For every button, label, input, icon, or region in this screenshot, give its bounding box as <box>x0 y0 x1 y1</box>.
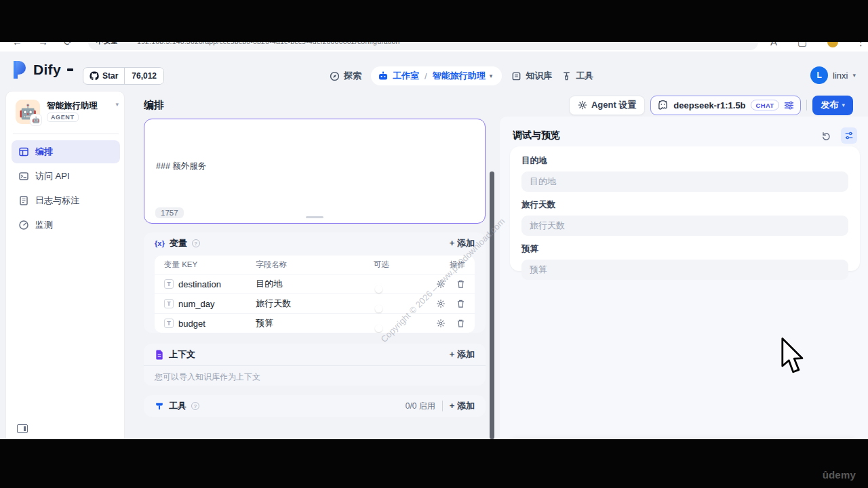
debug-panel: 调试与预览 目的地 目的地 旅行天数 旅行天数 <box>500 117 868 439</box>
sidebar-item-orchestrate[interactable]: 编排 <box>12 140 120 163</box>
star-label: Star <box>102 71 118 81</box>
destination-input[interactable]: 目的地 <box>521 171 848 192</box>
browser-profile-avatar[interactable] <box>827 42 838 47</box>
prompt-text[interactable]: ### 额外服务 * **礼宾服务** ： 在您的整个住宿期间，我们的礼宾服务可… <box>156 127 475 203</box>
divider <box>806 100 807 110</box>
prompt-editor[interactable]: ### 额外服务 * **礼宾服务** ： 在您的整个住宿期间，我们的礼宾服务可… <box>144 119 486 224</box>
dify-logo-icon <box>11 60 28 80</box>
sidebar-collapse-icon[interactable] <box>17 424 28 433</box>
app-header: Dify Star 76,012 探索 <box>0 52 868 91</box>
dify-app: Dify Star 76,012 探索 <box>0 52 868 439</box>
field-label: 目的地 <box>521 155 848 167</box>
publish-button[interactable]: 发布 ▾ <box>812 96 853 115</box>
add-tool-button[interactable]: + 添加 <box>450 400 475 412</box>
delete-icon[interactable] <box>456 299 465 308</box>
browser-url-bar[interactable]: 不安全 192.168.3.140:3020/app/ccc5bcb0-0b20… <box>88 42 758 50</box>
text-type-icon: T <box>164 319 174 328</box>
app-icon-badge: 🤖 <box>31 115 41 125</box>
model-provider-icon <box>657 100 669 110</box>
nav-studio[interactable]: 工作室 / 智能旅行助理 ▾ <box>371 66 502 85</box>
nav-knowledge[interactable]: 知识库 <box>511 70 552 82</box>
sidebar-item-monitor[interactable]: 监测 <box>12 214 120 237</box>
nav-studio-label: 工作室 <box>393 70 419 82</box>
delete-icon[interactable] <box>456 319 465 328</box>
delete-icon[interactable] <box>456 279 465 289</box>
user-avatar[interactable]: L <box>810 66 828 84</box>
chevron-down-icon: ▾ <box>852 72 856 79</box>
sidebar-item-api[interactable]: 访问 API <box>12 165 120 188</box>
dify-logo-text: Dify <box>33 62 61 78</box>
variables-icon: {x} <box>155 239 165 247</box>
tools-title: 工具 <box>169 400 186 412</box>
variable-row[interactable]: Tdestination 目的地 <box>155 274 475 293</box>
browser-window-icon[interactable]: ▢ <box>797 42 807 48</box>
add-context-button[interactable]: + 添加 <box>450 348 475 361</box>
sidebar-menu: 编排 访问 API 日志与标注 <box>12 140 120 238</box>
settings-icon[interactable] <box>436 319 446 328</box>
char-count-badge: 1757 <box>155 207 184 218</box>
user-menu[interactable]: L linxi ▾ <box>810 66 856 84</box>
form-field: 预算 预算 <box>521 243 848 280</box>
breadcrumb-separator: / <box>425 71 427 81</box>
tools-enabled-count: 0/0 启用 <box>406 401 435 412</box>
restart-icon[interactable] <box>818 127 834 144</box>
variables-title: 变量 <box>170 237 187 249</box>
scrollbar[interactable] <box>490 171 494 439</box>
nav-tools[interactable]: 工具 <box>561 70 593 82</box>
toolbar-actions: Agent 设置 deepseek-r1:1.5b CHAT <box>569 95 853 115</box>
udemy-logo: ûdemy <box>823 469 856 481</box>
orchestrate-icon <box>18 146 29 157</box>
browser-menu-icon[interactable]: ⋮ <box>856 42 866 48</box>
screen: ← → ⟳ 不安全 192.168.3.140:3020/app/ccc5bcb… <box>0 0 868 488</box>
context-title: 上下文 <box>169 348 195 361</box>
knowledge-icon <box>511 71 521 81</box>
url-text: 192.168.3.140:3020/app/ccc5bcb0-0b20-4a1… <box>137 42 400 45</box>
app-type-badge: AGENT <box>47 113 79 122</box>
chevron-down-icon: ▾ <box>842 102 845 108</box>
github-icon <box>90 71 99 81</box>
chevron-down-icon[interactable]: ▾ <box>115 101 119 108</box>
settings-icon[interactable] <box>436 279 446 289</box>
app-card[interactable]: 🤖 🤖 智能旅行助理 ▾ AGENT <box>13 97 119 128</box>
settings-icon[interactable] <box>436 299 446 308</box>
variable-row[interactable]: Tbudget 预算 <box>155 313 475 333</box>
sidebar-item-logs[interactable]: 日志与标注 <box>12 189 120 212</box>
form-settings-icon[interactable] <box>841 127 857 144</box>
browser-reload-icon[interactable]: ⟳ <box>64 42 73 48</box>
browser-forward-icon[interactable]: → <box>38 42 48 47</box>
days-input[interactable]: 旅行天数 <box>521 216 848 236</box>
add-variable-button[interactable]: + 添加 <box>450 237 475 249</box>
api-icon <box>18 171 29 182</box>
resize-handle[interactable] <box>306 216 323 218</box>
browser-back-icon[interactable]: ← <box>12 42 22 47</box>
dify-logo-cursor <box>67 68 73 71</box>
tools-section: 工具 ? 0/0 启用 + 添加 <box>144 395 486 417</box>
input-form-card: 目的地 目的地 旅行天数 旅行天数 预算 预算 <box>510 146 860 271</box>
variable-row[interactable]: Tnum_day 旅行天数 <box>155 293 475 313</box>
context-icon <box>155 350 164 360</box>
tools-section-icon <box>155 401 164 411</box>
explore-icon <box>330 71 340 81</box>
agent-settings-button[interactable]: Agent 设置 <box>569 96 645 115</box>
help-icon[interactable]: ? <box>192 239 200 247</box>
form-field: 目的地 目的地 <box>521 155 848 192</box>
chevron-down-icon: ▾ <box>490 73 493 79</box>
budget-input[interactable]: 预算 <box>521 260 848 280</box>
nav-explore[interactable]: 探索 <box>330 70 361 82</box>
help-icon[interactable]: ? <box>191 402 199 410</box>
sidebar: 🤖 🤖 智能旅行助理 ▾ AGENT 编排 <box>5 91 125 439</box>
field-label: 预算 <box>521 243 848 255</box>
text-type-icon: T <box>164 299 174 308</box>
browser-zoom-icon[interactable]: A <box>770 42 777 47</box>
gear-icon <box>578 100 587 110</box>
github-star-widget[interactable]: Star 76,012 <box>83 67 164 85</box>
breadcrumb-app-name[interactable]: 智能旅行助理 <box>433 70 486 82</box>
letterbox-bottom: ûdemy <box>0 439 868 488</box>
mouse-cursor <box>780 338 806 375</box>
debug-title: 调试与预览 <box>513 129 560 142</box>
model-params-icon[interactable] <box>784 101 794 110</box>
dify-logo[interactable]: Dify <box>11 60 73 80</box>
model-selector[interactable]: deepseek-r1:1.5b CHAT <box>650 96 801 115</box>
browser-toolbar: ← → ⟳ 不安全 192.168.3.140:3020/app/ccc5bcb… <box>0 42 868 52</box>
text-type-icon: T <box>164 279 174 289</box>
